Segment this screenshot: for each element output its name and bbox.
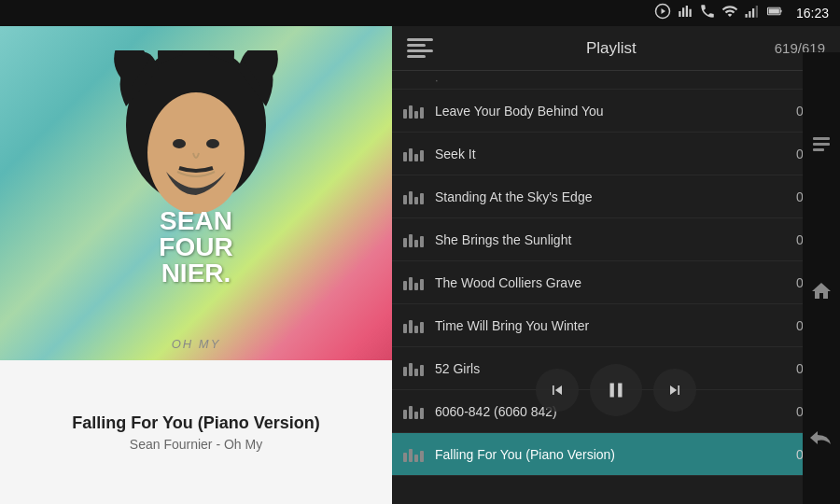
svg-point-14: [147, 92, 245, 214]
playlist-menu-icon[interactable]: [407, 38, 433, 59]
eq-icon: [403, 275, 424, 290]
svg-rect-4: [686, 6, 688, 17]
svg-marker-1: [661, 8, 665, 14]
eq-icon: [403, 447, 424, 462]
nav-buttons: [803, 52, 840, 504]
track-title: Falling For You (Piano Version): [72, 413, 319, 433]
track-artist: Sean Fournier - Oh My: [130, 437, 262, 452]
status-time: 16:23: [796, 6, 829, 21]
playlist-item[interactable]: Falling For You (Piano Version)03:23: [392, 433, 840, 476]
playlist-item-title: The Wood Colliers Grave: [435, 275, 789, 290]
back-button[interactable]: [806, 423, 836, 453]
svg-rect-9: [756, 6, 758, 18]
svg-rect-5: [689, 9, 691, 17]
eq-icon: [403, 147, 424, 161]
track-info-panel: Falling For You (Piano Version) Sean Fou…: [0, 360, 392, 504]
playlist-header: Playlist 619/619: [392, 26, 840, 71]
recents-button[interactable]: [806, 130, 836, 160]
svg-point-15: [173, 139, 186, 148]
eq-icon: [403, 104, 424, 119]
play-status-icon: [654, 3, 671, 23]
playlist-item[interactable]: Time Will Bring You Winter05:26: [392, 304, 840, 347]
album-art: SEAN FOUR NIER. Falling For You (Piano V…: [0, 26, 392, 504]
playlist-item-title: Leave Your Body Behind You: [435, 104, 789, 119]
playlist-item-title: Seek It: [435, 147, 789, 161]
playlist-item-title: She Brings the Sunlight: [435, 232, 789, 247]
right-panel: Playlist 619/619 · Leave Your Body Behin…: [392, 26, 840, 504]
play-pause-button[interactable]: [590, 364, 642, 416]
status-icons: 16:23: [654, 3, 829, 23]
playlist-item[interactable]: Leave Your Body Behind You05:23: [392, 90, 840, 133]
album-subtext: OH MY: [172, 337, 221, 351]
battery-icon: [766, 3, 783, 23]
next-button[interactable]: [653, 369, 696, 412]
playlist-item[interactable]: Seek It05:11: [392, 133, 840, 175]
playlist-item[interactable]: She Brings the Sunlight07:24: [392, 218, 840, 261]
media-controls: [392, 364, 840, 416]
prev-button[interactable]: [536, 369, 579, 412]
album-artist-name: SEAN FOUR NIER.: [159, 208, 232, 287]
playlist-item-title: Standing At the Sky's Edge: [435, 189, 789, 204]
phone-icon: [699, 3, 716, 23]
signal-icon: [744, 3, 761, 23]
svg-point-16: [206, 139, 219, 148]
svg-rect-6: [745, 14, 747, 18]
eq-icon: [403, 318, 424, 333]
svg-rect-7: [749, 11, 750, 18]
svg-rect-17: [813, 137, 830, 140]
equalizer-icon: [677, 3, 693, 23]
playlist-items: Leave Your Body Behind You05:23Seek It05…: [392, 90, 840, 504]
menu-line-4: [407, 55, 426, 58]
svg-rect-11: [780, 10, 782, 13]
eq-icon: [403, 232, 424, 247]
playlist-item-title: Time Will Bring You Winter: [435, 318, 789, 333]
svg-rect-18: [813, 143, 830, 146]
playlist-item[interactable]: Standing At the Sky's Edge06:39: [392, 175, 840, 218]
home-button[interactable]: [806, 276, 836, 306]
svg-rect-12: [769, 8, 779, 13]
svg-rect-2: [679, 11, 680, 17]
status-bar: 16:23: [0, 0, 840, 26]
svg-rect-8: [752, 8, 754, 18]
menu-line-1: [407, 38, 433, 41]
main-area: SEAN FOUR NIER. Falling For You (Piano V…: [0, 26, 840, 504]
eq-icon: [403, 189, 424, 204]
wifi-icon: [721, 3, 738, 23]
svg-rect-19: [813, 148, 824, 151]
playlist-item[interactable]: The Wood Colliers Grave03:10: [392, 261, 840, 304]
partial-playlist-item: ·: [392, 71, 840, 90]
left-panel: SEAN FOUR NIER. Falling For You (Piano V…: [0, 26, 392, 504]
playlist-item-title: Falling For You (Piano Version): [435, 447, 789, 462]
playlist-title: Playlist: [448, 39, 775, 58]
svg-rect-3: [682, 7, 684, 17]
menu-line-3: [407, 49, 433, 52]
menu-line-2: [407, 44, 426, 47]
